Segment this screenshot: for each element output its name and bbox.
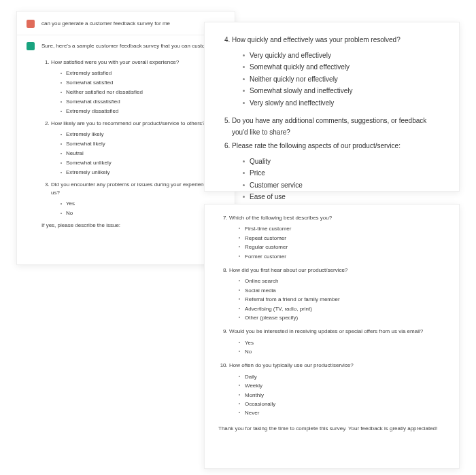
survey-panel-2: How quickly and effectively was your pro… (204, 22, 460, 192)
bot-avatar-icon (27, 42, 35, 50)
list-item: Referral from a friend or family member (239, 296, 445, 304)
q1: How satisfied were you with your overall… (51, 58, 225, 116)
q10-options: Daily Weekly Monthly Occasionally Never (229, 373, 445, 418)
bot-content: How satisfied were you with your overall… (41, 58, 225, 230)
q7-options: First-time customer Repeat customer Regu… (229, 225, 445, 261)
q10-text: How often do you typically use our produ… (229, 362, 354, 368)
q7: Which of the following best describes yo… (229, 214, 445, 261)
survey-list-3: Which of the following best describes yo… (218, 214, 445, 418)
thank-you-text: Thank you for taking the time to complet… (218, 425, 445, 433)
list-item: Daily (239, 373, 445, 381)
list-item: Extremely dissatisfied (61, 107, 225, 116)
bot-message-row: Sure, here's a sample customer feedback … (17, 38, 235, 54)
list-item: Repeat customer (239, 234, 445, 243)
list-item: Somewhat quickly and effectively (243, 62, 444, 73)
divider (17, 35, 235, 35)
list-item: Monthly (239, 391, 445, 400)
list-item: Somewhat likely (61, 140, 225, 148)
list-item: Former customer (239, 253, 445, 261)
list-item: Ease of use (243, 192, 444, 203)
list-item: Price (243, 168, 444, 179)
survey-panel-3: Which of the following best describes yo… (204, 204, 460, 469)
q8: How did you first hear about our product… (229, 266, 445, 322)
list-item: Extremely satisfied (61, 69, 225, 77)
list-item: Somewhat slowly and ineffectively (243, 86, 444, 97)
q4: How quickly and effectively was your pro… (232, 35, 444, 109)
list-item: Other (please specify) (239, 314, 445, 322)
canvas: can you generate a customer feedback sur… (0, 0, 476, 475)
list-item: Occasionally (239, 400, 445, 408)
bot-intro-text: Sure, here's a sample customer feedback … (41, 42, 225, 50)
q3-follow: If yes, please describe the issue: (41, 222, 225, 230)
list-item: Regular customer (239, 243, 445, 251)
user-message-row: can you generate a customer feedback sur… (17, 16, 235, 32)
chat-panel: can you generate a customer feedback sur… (16, 11, 235, 265)
q4-text: How quickly and effectively was your pro… (232, 36, 401, 43)
list-item: Social media (239, 287, 445, 295)
list-item: Somewhat dissatisfied (61, 98, 225, 106)
list-item: Very slowly and ineffectively (243, 98, 444, 109)
q2: How likely are you to recommend our prod… (51, 120, 225, 177)
list-item: Extremely unlikely (61, 169, 225, 177)
list-item: Neither quickly nor effectively (243, 74, 444, 86)
q3-options: Yes No (51, 200, 225, 217)
survey-list-2: How quickly and effectively was your pro… (220, 35, 444, 215)
q3-text: Did you encounter any problems or issues… (51, 181, 220, 196)
list-item: Somewhat unlikely (61, 159, 225, 167)
list-item: Yes (61, 200, 225, 208)
list-item: Yes (239, 339, 445, 347)
q1-options: Extremely satisfied Somewhat satisfied N… (51, 69, 225, 116)
q9: Would you be interested in receiving upd… (229, 328, 445, 356)
list-item: Customer service (243, 180, 444, 192)
q5-text: Do you have any additional comments, sug… (232, 117, 426, 136)
q3: Did you encounter any problems or issues… (51, 181, 225, 230)
q1-text: How satisfied were you with your overall… (51, 59, 179, 65)
q6-text: Please rate the following aspects of our… (232, 142, 401, 149)
list-item: Extremely likely (61, 130, 225, 139)
list-item: No (239, 348, 445, 356)
q8-text: How did you first hear about our product… (229, 267, 347, 273)
user-avatar-icon (27, 20, 35, 28)
list-item: Never (239, 409, 445, 417)
q2-text: How likely are you to recommend our prod… (51, 120, 205, 126)
list-item: Very quickly and effectively (243, 50, 444, 62)
list-item: Quality (243, 156, 444, 168)
q9-text: Would you be interested in receiving upd… (229, 328, 423, 334)
list-item: Online search (239, 277, 445, 285)
list-item: No (61, 209, 225, 217)
q9-options: Yes No (229, 339, 445, 357)
list-item: Somewhat satisfied (61, 79, 225, 87)
q8-options: Online search Social media Referral from… (229, 277, 445, 322)
list-item: Neutral (61, 149, 225, 158)
q5: Do you have any additional comments, sug… (232, 116, 444, 138)
survey-list-1: How satisfied were you with your overall… (41, 58, 225, 230)
list-item: Advertising (TV, radio, print) (239, 305, 445, 313)
q10: How often do you typically use our produ… (229, 362, 445, 417)
q7-text: Which of the following best describes yo… (229, 215, 332, 221)
list-item: Weekly (239, 382, 445, 390)
q2-options: Extremely likely Somewhat likely Neutral… (51, 130, 225, 177)
list-item: First-time customer (239, 225, 445, 233)
q4-options: Very quickly and effectively Somewhat qu… (232, 50, 444, 109)
list-item: Neither satisfied nor dissatisfied (61, 88, 225, 96)
user-message-text: can you generate a customer feedback sur… (41, 20, 225, 28)
